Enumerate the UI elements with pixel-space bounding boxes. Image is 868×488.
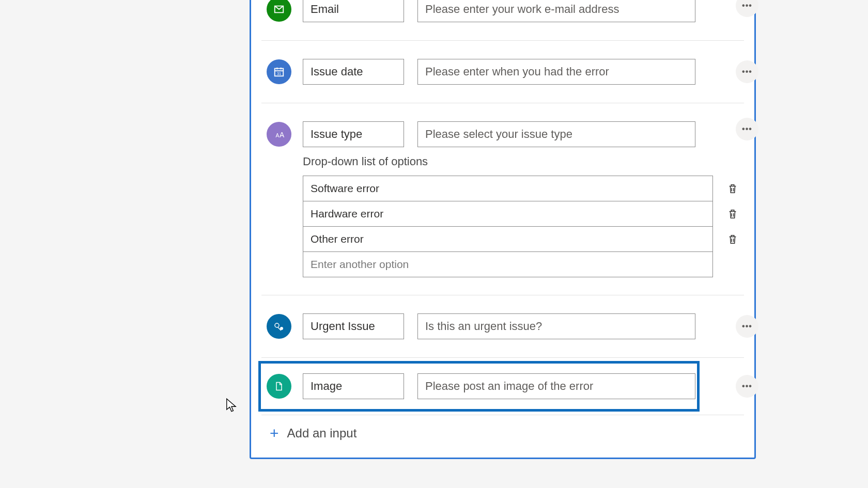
input-row-email: ••• bbox=[261, 0, 744, 41]
issue-type-name-input[interactable] bbox=[303, 121, 404, 147]
svg-text:A: A bbox=[276, 133, 280, 138]
more-dots: ••• bbox=[742, 124, 752, 134]
more-dots: ••• bbox=[742, 322, 752, 331]
svg-text:31: 31 bbox=[277, 71, 281, 76]
trigger-inputs-card: ••• 31 ••• AA ••• Drop-down list of opti… bbox=[250, 0, 756, 459]
delete-option-button[interactable] bbox=[721, 177, 744, 200]
trash-icon bbox=[727, 182, 738, 195]
image-desc-input[interactable] bbox=[417, 373, 695, 399]
issue-type-desc-input[interactable] bbox=[417, 121, 695, 147]
email-more-button[interactable]: ••• bbox=[736, 0, 758, 17]
issue-date-desc-input[interactable] bbox=[417, 59, 695, 85]
option-row bbox=[303, 176, 744, 201]
plus-icon: + bbox=[270, 424, 279, 442]
delete-option-button[interactable] bbox=[721, 202, 744, 225]
email-icon bbox=[267, 0, 291, 22]
issue-date-more-button[interactable]: ••• bbox=[736, 60, 758, 83]
trash-icon bbox=[727, 233, 738, 245]
input-row-issue-date: 31 ••• bbox=[261, 41, 744, 103]
add-input-button[interactable]: + Add an input bbox=[270, 424, 736, 442]
more-dots: ••• bbox=[742, 382, 752, 391]
option-input-0[interactable] bbox=[303, 176, 713, 201]
option-input-1[interactable] bbox=[303, 201, 713, 227]
file-icon bbox=[267, 374, 291, 399]
option-input-new[interactable] bbox=[303, 251, 713, 277]
issue-date-name-input[interactable] bbox=[303, 59, 404, 85]
image-more-button[interactable]: ••• bbox=[736, 375, 758, 398]
urgent-more-button[interactable]: ••• bbox=[736, 315, 758, 338]
text-icon: AA bbox=[267, 122, 291, 147]
delete-option-button[interactable] bbox=[721, 228, 744, 250]
svg-text:A: A bbox=[280, 131, 285, 139]
input-row-urgent-issue: ••• bbox=[261, 295, 744, 358]
issue-type-more-button[interactable]: ••• bbox=[736, 118, 758, 140]
toggle-icon bbox=[267, 314, 291, 339]
input-row-issue-type: AA ••• Drop-down list of options bbox=[261, 103, 744, 295]
add-input-label: Add an input bbox=[287, 426, 357, 440]
trash-icon bbox=[727, 208, 738, 220]
image-name-input[interactable] bbox=[303, 373, 404, 399]
urgent-desc-input[interactable] bbox=[417, 313, 695, 339]
dropdown-options-label: Drop-down list of options bbox=[303, 155, 744, 168]
input-row-image-wrap: ••• bbox=[251, 358, 754, 415]
email-desc-input[interactable] bbox=[417, 0, 695, 22]
more-dots: ••• bbox=[742, 67, 752, 76]
urgent-name-input[interactable] bbox=[303, 313, 404, 339]
option-input-2[interactable] bbox=[303, 226, 713, 252]
option-row bbox=[303, 201, 744, 227]
calendar-icon: 31 bbox=[267, 59, 291, 84]
mouse-cursor bbox=[225, 398, 238, 413]
option-row bbox=[303, 226, 744, 252]
email-name-input[interactable] bbox=[303, 0, 404, 22]
input-row-image: ••• bbox=[261, 358, 744, 415]
svg-point-7 bbox=[275, 323, 279, 327]
option-row-new bbox=[303, 251, 744, 277]
more-dots: ••• bbox=[742, 1, 752, 10]
svg-point-8 bbox=[280, 327, 283, 330]
